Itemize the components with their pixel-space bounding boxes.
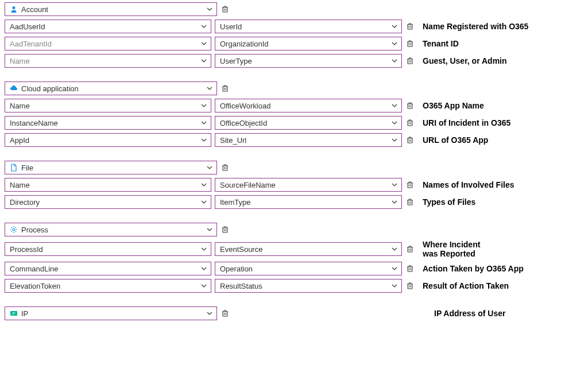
mapping-row: ElevationTokenResultStatusResult of Acti… bbox=[5, 279, 583, 293]
identifier-dropdown[interactable]: Directory bbox=[5, 195, 211, 209]
value-dropdown[interactable]: ItemType bbox=[215, 195, 402, 209]
entity-header-row: IPIPIP Address of User bbox=[5, 306, 583, 320]
value-dropdown[interactable]: SourceFileName bbox=[215, 178, 402, 192]
chevron-down-icon bbox=[391, 40, 398, 47]
chevron-down-icon bbox=[200, 119, 207, 126]
identifier-dropdown-label: InstanceName bbox=[10, 119, 58, 127]
value-dropdown[interactable]: Operation bbox=[215, 262, 402, 275]
chevron-down-icon bbox=[206, 226, 213, 233]
delete-button[interactable] bbox=[405, 101, 415, 110]
user-icon bbox=[10, 5, 18, 13]
entity-type-dropdown[interactable]: File bbox=[5, 161, 217, 174]
identifier-dropdown-label: ProcessId bbox=[10, 245, 43, 254]
identifier-dropdown-label: AadUserId bbox=[10, 22, 45, 31]
identifier-dropdown[interactable]: AadTenantId bbox=[5, 37, 211, 51]
value-dropdown[interactable]: OfficeObjectId bbox=[215, 116, 402, 130]
delete-button[interactable] bbox=[220, 225, 230, 234]
identifier-dropdown[interactable]: AppId bbox=[5, 133, 211, 147]
delete-button[interactable] bbox=[220, 5, 230, 14]
chevron-down-icon bbox=[391, 102, 398, 109]
identifier-dropdown[interactable]: Name bbox=[5, 99, 211, 112]
identifier-dropdown[interactable]: InstanceName bbox=[5, 116, 211, 130]
svg-line-6 bbox=[11, 227, 12, 228]
value-dropdown-label: Operation bbox=[220, 265, 253, 273]
identifier-dropdown[interactable]: CommandLine bbox=[5, 262, 211, 275]
entity-type-dropdown[interactable]: Cloud application bbox=[5, 81, 217, 95]
identifier-dropdown[interactable]: ElevationToken bbox=[5, 279, 211, 293]
annotation-label: Where Incidentwas Reported bbox=[423, 240, 480, 258]
mapping-row: CommandLineOperationAction Taken by O365… bbox=[5, 262, 583, 275]
chevron-down-icon bbox=[391, 265, 398, 272]
value-dropdown[interactable]: Site_Url bbox=[215, 133, 402, 147]
file-icon bbox=[10, 164, 18, 172]
value-dropdown[interactable]: OrganizationId bbox=[215, 37, 402, 51]
entity-header-row: Process bbox=[5, 223, 583, 236]
identifier-dropdown-label: ElevationToken bbox=[10, 282, 60, 290]
identifier-dropdown-label: Directory bbox=[10, 198, 40, 207]
chevron-down-icon bbox=[200, 181, 207, 188]
chevron-down-icon bbox=[200, 137, 207, 143]
mapping-row: DirectoryItemTypeTypes of Files bbox=[5, 195, 583, 209]
entity-section: FileNameSourceFileNameNames of Involved … bbox=[5, 161, 583, 209]
chevron-down-icon bbox=[200, 57, 207, 64]
value-dropdown[interactable]: ResultStatus bbox=[215, 279, 402, 293]
entity-type-dropdown[interactable]: Account bbox=[5, 2, 217, 16]
svg-point-1 bbox=[13, 228, 15, 231]
entity-type-label: Cloud application bbox=[21, 84, 79, 93]
chevron-down-icon bbox=[200, 199, 207, 205]
chevron-down-icon bbox=[391, 181, 398, 188]
entity-type-dropdown[interactable]: IPIP bbox=[5, 306, 217, 320]
chevron-down-icon bbox=[391, 199, 398, 205]
delete-button[interactable] bbox=[405, 180, 415, 189]
value-dropdown[interactable]: UserType bbox=[215, 54, 402, 68]
value-dropdown[interactable]: EventSource bbox=[215, 242, 402, 256]
chevron-down-icon bbox=[200, 102, 207, 109]
chevron-down-icon bbox=[200, 40, 207, 47]
identifier-dropdown-label: AppId bbox=[10, 136, 29, 145]
identifier-dropdown[interactable]: Name bbox=[5, 54, 211, 68]
identifier-dropdown[interactable]: ProcessId bbox=[5, 242, 211, 256]
delete-button[interactable] bbox=[405, 135, 415, 145]
entity-header-row: File bbox=[5, 161, 583, 174]
entity-type-label: IP bbox=[21, 309, 28, 318]
delete-button[interactable] bbox=[405, 197, 415, 207]
value-dropdown[interactable]: UserId bbox=[215, 20, 402, 33]
entity-header-row: Cloud application bbox=[5, 81, 583, 95]
chevron-down-icon bbox=[200, 282, 207, 289]
mapping-row: AadTenantIdOrganizationIdTenant ID bbox=[5, 37, 583, 51]
value-dropdown[interactable]: OfficeWorkload bbox=[215, 99, 402, 112]
entity-type-label: File bbox=[21, 164, 33, 172]
chevron-down-icon bbox=[391, 57, 398, 64]
delete-button[interactable] bbox=[405, 39, 415, 48]
chevron-down-icon bbox=[206, 164, 213, 171]
mapping-row: AppIdSite_UrlURL of O365 App bbox=[5, 133, 583, 147]
delete-button[interactable] bbox=[405, 264, 415, 273]
delete-button[interactable] bbox=[220, 163, 230, 172]
identifier-dropdown[interactable]: Name bbox=[5, 178, 211, 192]
value-dropdown-label: UserId bbox=[220, 22, 242, 31]
entity-section: Cloud applicationNameOfficeWorkloadO365 … bbox=[5, 81, 583, 147]
delete-button[interactable] bbox=[405, 244, 415, 254]
identifier-dropdown-label: Name bbox=[10, 181, 30, 189]
value-dropdown-label: Site_Url bbox=[220, 136, 246, 145]
mapping-row: ProcessIdEventSourceWhere Incidentwas Re… bbox=[5, 240, 583, 258]
svg-text:IP: IP bbox=[12, 312, 16, 315]
delete-button[interactable] bbox=[220, 309, 230, 318]
delete-button[interactable] bbox=[405, 281, 415, 290]
delete-button[interactable] bbox=[405, 56, 415, 65]
delete-button[interactable] bbox=[405, 22, 415, 31]
annotation-label: Guest, User, or Admin bbox=[423, 56, 507, 65]
value-dropdown-label: EventSource bbox=[220, 245, 262, 254]
delete-button[interactable] bbox=[405, 118, 415, 127]
annotation-label: Names of Involved Files bbox=[423, 180, 514, 189]
chevron-down-icon bbox=[391, 119, 398, 126]
mapping-row: InstanceNameOfficeObjectIdURI of Inciden… bbox=[5, 116, 583, 130]
value-dropdown-label: ResultStatus bbox=[220, 282, 262, 290]
entity-section: ProcessProcessIdEventSourceWhere Inciden… bbox=[5, 223, 583, 293]
delete-button[interactable] bbox=[220, 84, 230, 93]
identifier-dropdown-label: Name bbox=[10, 102, 30, 110]
identifier-dropdown[interactable]: AadUserId bbox=[5, 20, 211, 33]
chevron-down-icon bbox=[391, 137, 398, 143]
value-dropdown-label: OfficeWorkload bbox=[220, 102, 270, 110]
entity-type-dropdown[interactable]: Process bbox=[5, 223, 217, 236]
